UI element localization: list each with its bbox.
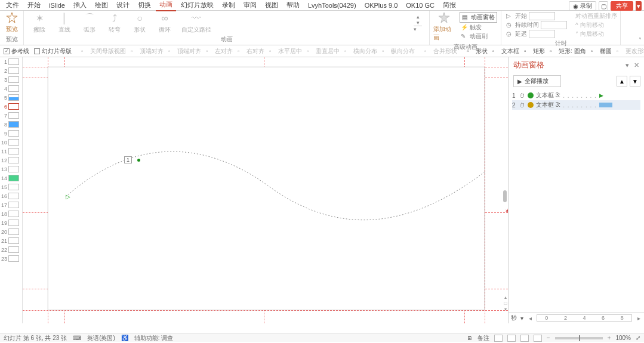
marker-down-icon[interactable]: ▾ <box>504 307 507 312</box>
notes-button[interactable]: 备注 <box>477 334 489 342</box>
move-up-button[interactable]: ▲ <box>617 76 627 86</box>
duration-bar[interactable] <box>599 103 612 107</box>
menu-LvyhTools(0429)[interactable]: LvyhTools(0429) <box>304 1 360 10</box>
start-input[interactable] <box>529 12 555 20</box>
qt-ref[interactable]: ✓参考线 <box>4 47 29 55</box>
thumb-2[interactable]: 2 <box>0 66 22 75</box>
view-slideshow[interactable] <box>534 335 542 342</box>
thumb-11[interactable]: 11 <box>0 147 22 156</box>
menu-设计[interactable]: 设计 <box>113 0 133 11</box>
qt-closeMaster[interactable]: ▫关闭母版视图 <box>81 47 126 55</box>
effect-自定义路径[interactable]: 〰自定义路径 <box>181 13 211 34</box>
status-access[interactable]: 辅助功能: 调查 <box>134 334 174 342</box>
effects-more[interactable]: ▴▾▾ <box>414 14 422 32</box>
thumb-12[interactable]: 12 <box>0 156 22 165</box>
ribbon-collapse[interactable]: ˅ <box>639 37 642 44</box>
thumb-21[interactable]: 21 <box>0 236 22 245</box>
record-button[interactable]: ◉ 录制 <box>569 1 596 11</box>
menu-OK10 GC[interactable]: OK10 GC <box>402 1 438 10</box>
thumb-16[interactable]: 16 <box>0 191 22 200</box>
path-end-icon[interactable]: ✶ <box>505 208 508 214</box>
anim-item-2[interactable]: 2⏱文本框 3:. . . . . . . . <box>512 100 640 110</box>
qt-master[interactable]: 幻灯片母版 <box>34 47 72 55</box>
qt-topAlign[interactable]: ▫顶端对齐 <box>131 47 164 55</box>
thumb-22[interactable]: 22 <box>0 245 22 254</box>
effect-循环[interactable]: ∞循环 <box>156 13 173 34</box>
thumb-18[interactable]: 18 <box>0 209 22 218</box>
anim-pane-toggle[interactable]: ▤ 动画窗格 <box>460 12 497 23</box>
menu-切换[interactable]: 切换 <box>134 0 155 11</box>
qt-vDist[interactable]: ▫纵向分布 <box>382 47 415 55</box>
qt-oval[interactable]: ▫椭圆 <box>591 47 612 55</box>
timing-duration[interactable]: ◷持续时间 <box>505 21 568 29</box>
view-sorter[interactable] <box>507 335 516 342</box>
zoom-out[interactable]: − <box>547 335 550 341</box>
thumb-13[interactable]: 13 <box>0 165 22 174</box>
trigger-button[interactable]: ⚡ 触发 <box>460 23 497 32</box>
marker-up-icon[interactable]: ▴ <box>504 295 507 300</box>
timeline-next[interactable]: ▸ <box>636 315 642 322</box>
animation-order-badge[interactable]: 1 <box>124 156 132 163</box>
thumb-5[interactable]: 5 <box>0 93 22 102</box>
slide-thumbnails[interactable]: 1234567891011121314151617181920212223 <box>0 57 23 323</box>
thumb-17[interactable]: 17 <box>0 200 22 209</box>
anim-item-1[interactable]: 1⏱文本框 3:. . . . . . . .▶ <box>512 91 640 100</box>
sec-dropdown-icon[interactable]: ▾ <box>520 315 523 322</box>
slide-surface[interactable] <box>48 67 485 310</box>
thumb-20[interactable]: 20 <box>0 227 22 236</box>
menu-审阅[interactable]: 审阅 <box>240 0 260 11</box>
effect-擦除[interactable]: ✶擦除 <box>31 13 48 34</box>
menu-简报[interactable]: 简报 <box>439 0 460 11</box>
qt-hCenter[interactable]: ▫水平居中 <box>269 47 302 55</box>
object-handle[interactable] <box>137 159 140 162</box>
menu-iSlide[interactable]: iSlide <box>45 1 69 10</box>
status-lang[interactable]: 英语(英国) <box>87 334 115 342</box>
fit-icon[interactable]: ⤢ <box>636 335 640 341</box>
add-animation-button[interactable]: 添加动画 <box>433 12 455 42</box>
thumb-9[interactable]: 9 <box>0 129 22 138</box>
marker-mid-icon[interactable]: □ <box>504 301 507 306</box>
menu-OKPlus 9.0[interactable]: OKPlus 9.0 <box>361 1 402 10</box>
pane-close-icon[interactable]: ✕ <box>634 61 639 69</box>
timeline-scale[interactable]: 02468 <box>537 314 632 322</box>
menu-开始[interactable]: 开始 <box>24 0 44 11</box>
menu-绘图[interactable]: 绘图 <box>91 0 112 11</box>
anim-list[interactable]: 1⏱文本框 3:. . . . . . . .▶2⏱文本框 3:. . . . … <box>509 89 644 312</box>
anim-painter-button[interactable]: ✎ 动画刷 <box>460 32 497 41</box>
share-dropdown[interactable]: ▾ <box>636 1 642 11</box>
menu-录制[interactable]: 录制 <box>218 0 239 11</box>
qt-hDist[interactable]: ▫横向分布 <box>344 47 377 55</box>
move-down-button[interactable]: ▼ <box>630 76 640 86</box>
timeline-prev[interactable]: ◂ <box>527 315 533 322</box>
menu-插入[interactable]: 插入 <box>70 0 90 11</box>
timing-start[interactable]: ▷开始 <box>505 12 568 20</box>
thumb-19[interactable]: 19 <box>0 218 22 227</box>
slide-canvas[interactable]: ▷ ✶ 1 ▴ □ ▾ <box>23 57 508 323</box>
qt-rightAlign[interactable]: ▫右对齐 <box>238 47 264 55</box>
path-start-icon[interactable]: ▷ <box>66 193 70 200</box>
qt-vCenter[interactable]: ▫垂直居中 <box>307 47 340 55</box>
thumb-7[interactable]: 7 <box>0 111 22 120</box>
pane-menu-icon[interactable]: ▾ <box>625 61 629 69</box>
present-icon-button[interactable]: ▢ <box>599 1 608 11</box>
play-all-button[interactable]: ▶ 全部播放 <box>513 75 561 87</box>
qt-rect[interactable]: ▫矩形 <box>524 47 545 55</box>
preview-button[interactable]: 预览 <box>4 12 20 33</box>
duration-input[interactable] <box>541 21 567 29</box>
timing-delay[interactable]: ◶延迟 <box>505 30 568 38</box>
thumb-10[interactable]: 10 <box>0 138 22 147</box>
thumb-1[interactable]: 1 <box>0 57 22 66</box>
thumb-4[interactable]: 4 <box>0 84 22 93</box>
qt-chgShape[interactable]: ▫更改形状 <box>617 47 644 55</box>
thumb-6[interactable]: 6 <box>0 102 22 111</box>
effect-转弯[interactable]: ⤴转弯 <box>106 13 123 34</box>
share-button[interactable]: 共享 <box>611 1 633 11</box>
qt-leftAlign[interactable]: ▫左对齐 <box>206 47 233 55</box>
thumb-23[interactable]: 23 <box>0 254 22 263</box>
menu-动画[interactable]: 动画 <box>156 0 176 11</box>
delay-input[interactable] <box>529 30 555 38</box>
zoom-slider[interactable] <box>555 337 603 339</box>
menu-文件[interactable]: 文件 <box>2 0 23 11</box>
vertical-scrollbar[interactable] <box>503 190 507 202</box>
effect-弧形[interactable]: ⌒弧形 <box>81 13 98 34</box>
